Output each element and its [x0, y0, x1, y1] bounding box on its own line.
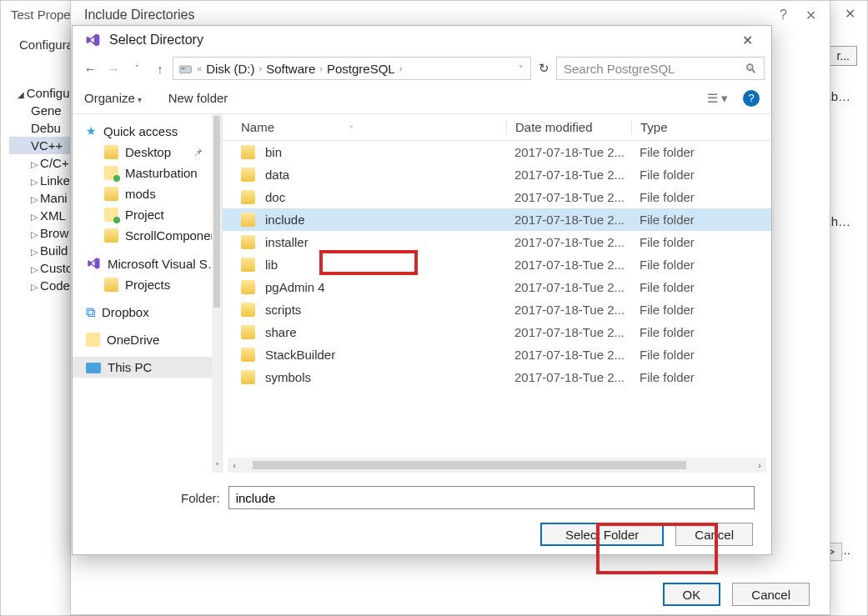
nav-scrollbar[interactable]: ˅ [212, 114, 222, 473]
file-type: File folder [631, 258, 771, 272]
nav-item[interactable]: Masturbation [73, 163, 222, 183]
ok-button[interactable]: OK [663, 583, 721, 606]
breadcrumb-prefix: « [195, 63, 203, 73]
file-row[interactable]: StackBuilder2017-07-18-Tue 2...File fold… [223, 343, 771, 366]
file-list-header[interactable]: Name˄ Date modified Type [223, 114, 771, 141]
file-date: 2017-07-18-Tue 2... [506, 145, 631, 159]
nav-item-label: Project [125, 208, 164, 222]
nav-item[interactable]: OneDrive [73, 329, 222, 350]
nav-item[interactable]: Microsoft Visual S… [73, 253, 222, 274]
file-row[interactable]: doc2017-07-18-Tue 2...File folder [223, 186, 771, 208]
nav-item[interactable]: Desktop📌︎ [73, 142, 222, 163]
nav-item[interactable]: ★Quick access [73, 121, 222, 142]
help-icon[interactable]: ? [743, 90, 760, 107]
nav-item[interactable]: This PC [73, 357, 222, 378]
front-buttons: Select Folder Cancel [73, 516, 771, 546]
mid-buttons: OK Cancel [663, 583, 810, 606]
file-row[interactable]: symbols2017-07-18-Tue 2...File folder [223, 366, 771, 388]
col-type[interactable]: Type [631, 120, 771, 134]
file-row[interactable]: bin2017-07-18-Tue 2...File folder [223, 141, 771, 163]
col-name[interactable]: Name [241, 120, 274, 134]
nav-pane[interactable]: ★Quick accessDesktop📌︎MasturbationmodsPr… [73, 114, 223, 473]
file-list[interactable]: Name˄ Date modified Type bin2017-07-18-T… [223, 114, 771, 473]
file-name: share [265, 325, 297, 339]
file-date: 2017-07-18-Tue 2... [506, 168, 631, 182]
breadcrumb-part[interactable]: Disk (D:) [206, 62, 254, 76]
chevron-right-icon[interactable]: › [318, 63, 324, 73]
thispc-icon [86, 363, 101, 373]
file-name: installer [265, 235, 309, 249]
file-name: include [265, 213, 305, 227]
svg-rect-1 [181, 67, 184, 69]
visual-studio-icon [86, 256, 101, 271]
nav-item[interactable]: ScrollComponent [73, 225, 222, 246]
breadcrumb-part[interactable]: PostgreSQL [327, 62, 395, 76]
nav-item[interactable]: Project [73, 204, 222, 225]
folder-icon [104, 228, 118, 243]
search-input[interactable]: Search PostgreSQL 🔍︎ [556, 57, 765, 80]
config-manager-button[interactable]: r... [829, 46, 857, 66]
scroll-left-icon: ‹ [228, 460, 241, 470]
file-row[interactable]: share2017-07-18-Tue 2...File folder [223, 321, 771, 343]
file-date: 2017-07-18-Tue 2... [506, 235, 631, 249]
visual-studio-icon [84, 32, 101, 48]
view-options-icon[interactable]: ☰ ▾ [707, 91, 728, 106]
close-icon[interactable]: ✕ [805, 8, 816, 23]
small-green-icon [104, 208, 118, 222]
mid-title: Include Directories [84, 8, 195, 23]
cancel-button[interactable]: Cancel [732, 583, 810, 606]
close-icon[interactable]: ✕ [735, 29, 760, 52]
organize-menu[interactable]: Organize [84, 91, 142, 105]
nav-item-label: Dropbox [102, 305, 149, 319]
close-icon[interactable]: ✕ [845, 6, 855, 22]
file-hscrollbar[interactable]: ‹ › [228, 458, 766, 473]
sort-indicator-icon: ˄ [349, 125, 354, 133]
forward-button[interactable]: → [103, 58, 124, 79]
nav-item-label: mods [125, 187, 156, 201]
select-folder-button[interactable]: Select Folder [540, 523, 664, 546]
file-name: scripts [265, 303, 301, 317]
refresh-button[interactable]: ↻ [533, 58, 554, 79]
folder-icon [241, 168, 255, 182]
nav-item[interactable]: mods [73, 183, 222, 204]
file-row[interactable]: include2017-07-18-Tue 2...File folder [223, 208, 771, 231]
file-type: File folder [631, 370, 771, 384]
file-row[interactable]: installer2017-07-18-Tue 2...File folder [223, 231, 771, 253]
folder-input[interactable] [228, 486, 755, 509]
nav-toolbar: ← → ˅ ↑ « Disk (D:) › Software › Postgre… [73, 54, 771, 83]
small-green-icon [104, 166, 118, 180]
file-name: symbols [265, 370, 311, 384]
file-type: File folder [631, 348, 771, 362]
up-button[interactable]: ↑ [149, 58, 171, 79]
nav-item-label: Projects [125, 278, 170, 292]
chevron-right-icon[interactable]: › [398, 63, 404, 73]
back-button[interactable]: ← [79, 58, 101, 79]
col-date[interactable]: Date modified [506, 120, 631, 134]
file-date: 2017-07-18-Tue 2... [506, 370, 631, 384]
history-dropdown-icon[interactable]: ˅ [126, 58, 148, 79]
file-row[interactable]: lib2017-07-18-Tue 2...File folder [223, 253, 771, 276]
file-name: pgAdmin 4 [265, 280, 325, 294]
file-date: 2017-07-18-Tue 2... [506, 325, 631, 339]
file-name: data [265, 168, 289, 182]
file-row[interactable]: pgAdmin 42017-07-18-Tue 2...File folder [223, 276, 771, 298]
breadcrumb-part[interactable]: Software [266, 62, 315, 76]
file-row[interactable]: scripts2017-07-18-Tue 2...File folder [223, 298, 771, 321]
nav-item-label: Desktop [125, 145, 171, 159]
breadcrumb-dropdown-icon[interactable]: ˅ [516, 64, 525, 73]
cancel-button[interactable]: Cancel [675, 523, 753, 546]
file-date: 2017-07-18-Tue 2... [506, 348, 631, 362]
file-type: File folder [631, 303, 771, 317]
nav-item[interactable]: ⧉Dropbox [73, 302, 222, 323]
new-folder-button[interactable]: New folder [168, 91, 228, 105]
search-icon[interactable]: 🔍︎ [745, 62, 757, 76]
help-icon[interactable]: ? [780, 8, 787, 23]
organize-row: Organize New folder ☰ ▾ ? [73, 83, 771, 114]
nav-item-label: OneDrive [107, 333, 159, 347]
folder-icon [241, 213, 255, 227]
file-row[interactable]: data2017-07-18-Tue 2...File folder [223, 163, 771, 186]
chevron-right-icon[interactable]: › [257, 63, 263, 73]
breadcrumb[interactable]: « Disk (D:) › Software › PostgreSQL › ˅ [173, 57, 531, 80]
nav-item[interactable]: Projects [73, 274, 222, 295]
file-date: 2017-07-18-Tue 2... [506, 213, 631, 227]
